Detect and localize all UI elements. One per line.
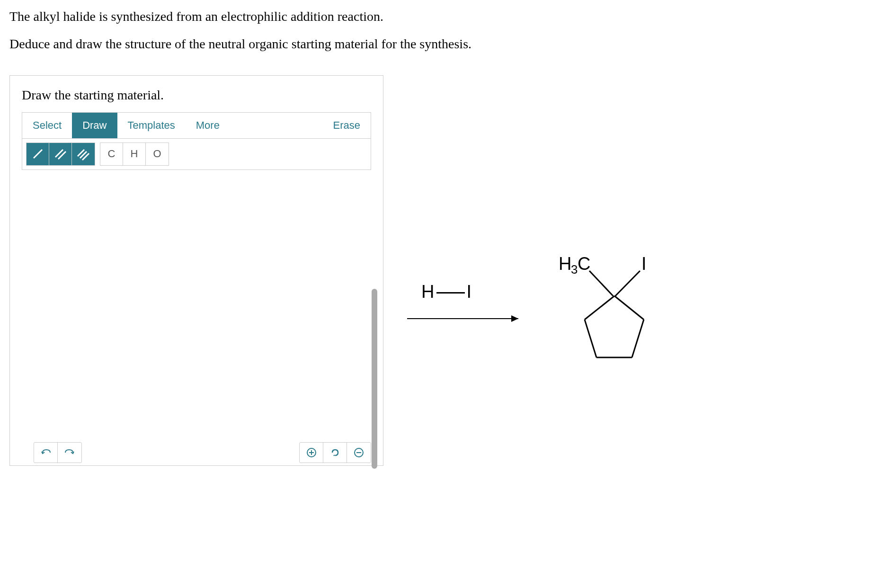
redo-button[interactable] [58,443,81,463]
drawing-canvas[interactable] [10,177,383,442]
tab-more[interactable]: More [186,113,230,138]
svg-line-14 [585,296,614,320]
undo-icon [41,448,51,457]
product-i-label: I [641,254,647,274]
undo-redo-group [34,442,82,463]
svg-line-16 [585,320,596,357]
toolbar: Select Draw Templates More Erase [22,112,371,170]
zoom-in-icon [306,447,317,458]
product-c-label: C [578,254,590,274]
tab-select[interactable]: Select [22,113,72,138]
reset-button[interactable] [323,443,347,463]
zoom-out-icon [354,447,364,458]
toolbar-tabs: Select Draw Templates More Erase [22,113,371,139]
product-ch3-label: H [559,254,571,274]
redo-icon [64,448,75,457]
hydrogen-atom-button[interactable]: H [123,143,146,165]
undo-button[interactable] [34,443,58,463]
tab-templates[interactable]: Templates [117,113,186,138]
question-line1: The alkyl halide is synthesized from an … [9,5,880,28]
triple-bond-button[interactable] [72,143,95,165]
svg-line-13 [615,271,640,296]
drawing-panel: Draw the starting material. Select Draw … [9,75,383,466]
tab-draw[interactable]: Draw [72,113,117,138]
svg-line-15 [614,296,644,320]
product-structure: H 3 C I [549,251,663,385]
scrollbar-thumb[interactable] [372,289,377,469]
atom-group: C H O [100,143,169,166]
bond-group [26,143,95,166]
product-ch3-sub: 3 [571,262,578,276]
drawing-header: Draw the starting material. [10,76,383,112]
scrollbar[interactable] [372,194,377,478]
zoom-in-button[interactable] [300,443,323,463]
double-bond-button[interactable] [49,143,72,165]
carbon-atom-button[interactable]: C [100,143,123,165]
svg-line-0 [34,150,42,158]
zoom-group [299,442,371,463]
svg-line-12 [589,271,613,296]
bottom-controls [10,442,383,465]
reaction-scheme: HI H 3 C I [412,265,677,407]
reagent-hi: HI [421,282,472,302]
double-bond-icon [53,147,68,161]
question-text: The alkyl halide is synthesized from an … [9,5,880,56]
oxygen-atom-button[interactable]: O [146,143,169,165]
single-bond-button[interactable] [27,143,49,165]
svg-line-17 [632,320,644,357]
triple-bond-icon [76,147,90,161]
toolbar-tools: C H O [22,139,371,169]
zoom-out-button[interactable] [347,443,371,463]
reset-icon [330,447,340,458]
single-bond-icon [31,147,45,161]
reaction-arrow-icon [407,312,525,326]
product-molecule-icon: H 3 C I [549,251,663,383]
erase-button[interactable]: Erase [323,113,371,138]
question-line2: Deduce and draw the structure of the neu… [9,32,880,56]
